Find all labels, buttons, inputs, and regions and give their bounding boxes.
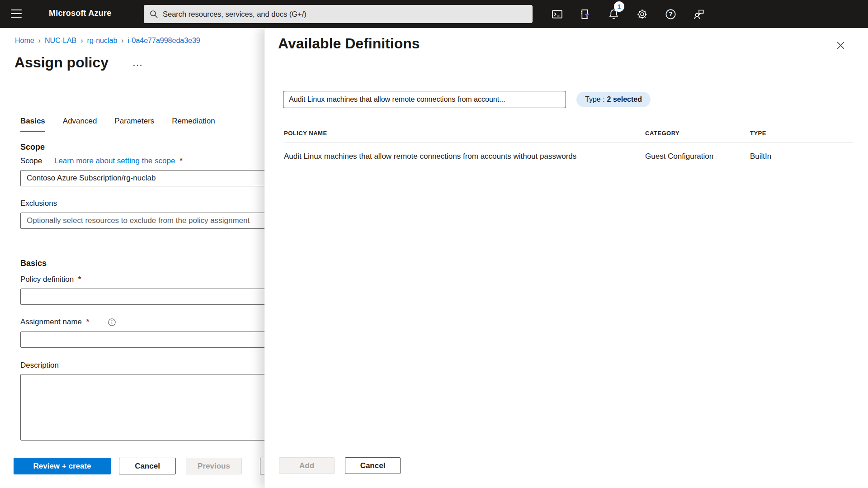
tab-basics[interactable]: Basics [20,117,45,132]
filter-pill-prefix: Type : [585,95,605,104]
breadcrumb-nuc-lab[interactable]: NUC-LAB [45,37,76,44]
column-category: CATEGORY [645,130,750,137]
basics-section-heading: Basics [20,259,47,268]
more-options-button[interactable]: … [132,58,144,67]
cancel-button[interactable]: Cancel [119,458,176,474]
feedback-icon [693,8,705,20]
panel-title: Available Definitions [278,35,420,52]
notification-count-badge[interactable]: 1 [614,1,624,12]
table-row[interactable]: Audit Linux machines that allow remote c… [284,142,853,169]
cloud-shell-button[interactable] [548,5,566,23]
table-header-row: POLICY NAME CATEGORY TYPE [284,130,853,142]
filter-pill-value: 2 selected [607,95,642,104]
scope-section-heading: Scope [20,142,45,152]
svg-text:?: ? [669,10,673,18]
panel-cancel-button[interactable]: Cancel [345,457,401,474]
close-icon [835,40,846,51]
definitions-table: POLICY NAME CATEGORY TYPE Audit Linux ma… [284,130,853,169]
global-search-input[interactable] [163,10,527,19]
column-type: TYPE [750,130,853,137]
breadcrumb-home[interactable]: Home [15,37,34,44]
review-create-button[interactable]: Review + create [14,458,111,474]
type-filter-pill[interactable]: Type : 2 selected [576,92,651,107]
required-asterisk: * [78,275,81,284]
global-search-bar[interactable] [144,5,533,23]
assignment-name-info-button[interactable] [108,318,116,328]
breadcrumb-separator: › [80,37,83,44]
tab-remediation[interactable]: Remediation [172,117,215,132]
cell-category: Guest Configuration [645,152,750,161]
breadcrumb-rg-nuclab[interactable]: rg-nuclab [87,37,118,44]
cell-type: BuiltIn [750,152,853,161]
exclusions-label: Exclusions [20,199,57,208]
search-icon [149,9,158,19]
directory-filter-icon [579,8,591,20]
assignment-name-label: Assignment name * [20,317,89,327]
directory-filter-button[interactable] [576,5,594,23]
tab-advanced[interactable]: Advanced [63,117,97,132]
scope-field-label: Scope Learn more about setting the scope… [20,156,183,166]
feedback-button[interactable] [689,5,708,23]
azure-top-bar: Microsoft Azure 1 [0,0,868,28]
previous-button[interactable]: Previous [186,458,242,474]
tab-parameters[interactable]: Parameters [114,117,154,132]
hamburger-menu-icon[interactable] [11,9,23,19]
add-button[interactable]: Add [279,457,335,474]
required-asterisk: * [179,156,183,165]
breadcrumb-separator: › [38,37,41,44]
page-title: Assign policy [14,54,108,71]
help-button[interactable]: ? [661,5,679,23]
definition-search-input[interactable] [283,91,566,108]
description-label: Description [20,361,59,370]
available-definitions-panel: Available Definitions Type : 2 selected … [264,28,868,488]
panel-close-button[interactable] [833,38,848,52]
policy-definition-label: Policy definition * [20,275,81,284]
scope-learn-more-link[interactable]: Learn more about setting the scope [54,156,175,165]
cloud-shell-icon [551,8,563,20]
cell-policy-name: Audit Linux machines that allow remote c… [284,152,645,161]
settings-button[interactable] [633,5,651,23]
settings-gear-icon [636,8,648,20]
required-asterisk: * [86,317,90,326]
product-name[interactable]: Microsoft Azure [49,9,111,18]
column-policy-name: POLICY NAME [284,130,645,137]
breadcrumb-separator: › [121,37,123,44]
info-icon [108,318,116,327]
breadcrumb: Home›NUC-LAB›rg-nuclab›i-0a4e77a998eda3e… [15,37,200,45]
help-icon: ? [665,8,677,20]
tab-bar: Basics Advanced Parameters Remediation [20,117,215,132]
breadcrumb-vm-instance[interactable]: i-0a4e77a998eda3e39 [128,37,200,44]
